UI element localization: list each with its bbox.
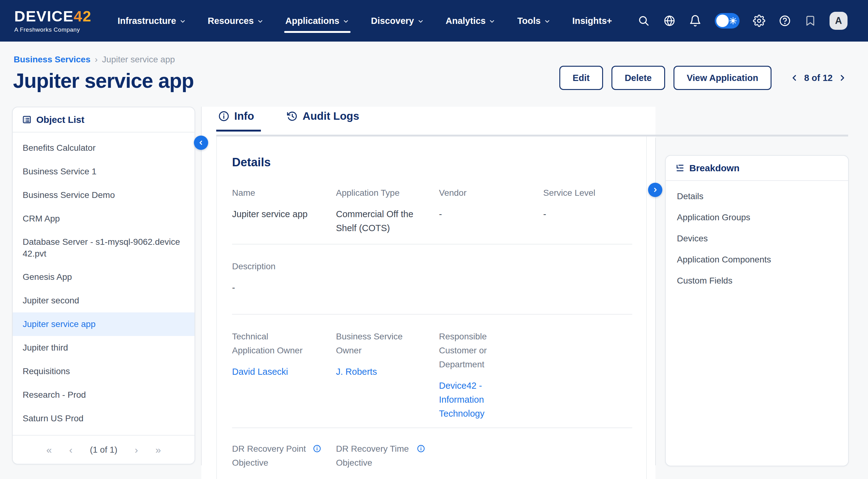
- user-avatar[interactable]: A: [830, 12, 847, 30]
- nav-item-label: Resources: [208, 16, 254, 26]
- field-label: Technical Application Owner: [232, 329, 310, 357]
- nav-item-resources[interactable]: Resources: [208, 0, 264, 41]
- list-item[interactable]: Saturn US Prod: [13, 407, 194, 430]
- nav-item-applications[interactable]: Applications: [285, 0, 349, 41]
- left-panel-divider: [201, 107, 202, 466]
- nav-item-discovery[interactable]: Discovery: [371, 0, 424, 41]
- collapse-sidebar-button[interactable]: [194, 136, 208, 150]
- screen: DEVICE42 A Freshworks Company Infrastruc…: [0, 0, 868, 479]
- avatar-letter: A: [835, 15, 842, 26]
- nav-item-tools[interactable]: Tools: [517, 0, 550, 41]
- bell-icon[interactable]: [689, 14, 702, 27]
- record-pager: 8 of 12: [790, 73, 847, 83]
- gear-icon[interactable]: [753, 14, 765, 27]
- nav-item-analytics[interactable]: Analytics: [446, 0, 496, 41]
- breakdown-title: Breakdown: [689, 163, 740, 173]
- section-divider: [232, 244, 632, 244]
- field-service-level: Service Level -: [543, 186, 631, 235]
- field-label: Responsible Customer or Department: [439, 329, 517, 371]
- next-page-icon[interactable]: ›: [135, 445, 138, 455]
- info-tooltip-icon[interactable]: [416, 444, 425, 453]
- list-item[interactable]: Jupiter second: [13, 289, 194, 312]
- last-page-icon[interactable]: »: [155, 445, 161, 455]
- list-item[interactable]: Jupiter third: [13, 336, 194, 360]
- globe-icon[interactable]: [663, 14, 676, 27]
- field-value: Commercial Off the Shelf (COTS): [336, 207, 426, 235]
- breadcrumb: Business Services › Jupiter service app: [14, 55, 175, 64]
- chevron-down-icon: [417, 18, 424, 25]
- tab-info[interactable]: Info: [216, 110, 261, 131]
- nav-item-label: Insights+: [572, 16, 612, 26]
- list-item[interactable]: Requisitions: [13, 360, 194, 383]
- edit-button[interactable]: Edit: [559, 66, 603, 90]
- field-value: -: [232, 281, 322, 295]
- field-label: Service Level: [543, 186, 621, 200]
- breadcrumb-separator: ›: [95, 55, 98, 64]
- chevron-down-icon: [257, 18, 264, 25]
- brand-tagline: A Freshworks Company: [14, 26, 92, 33]
- field-dr-recovery-point-objective: DR Recovery Point Objective 1w 5d 12h: [232, 442, 336, 479]
- help-icon[interactable]: [779, 14, 791, 27]
- field-label: DR Recovery Time Objective: [336, 442, 413, 470]
- page-title: Jupiter service app: [13, 69, 194, 92]
- navbar-actions: A: [638, 12, 847, 30]
- chevron-down-icon: [179, 18, 186, 25]
- department-link[interactable]: Device42 - Information Technology: [439, 379, 514, 421]
- field-value: Jupiter service app: [232, 207, 322, 221]
- list-item[interactable]: Genesis App: [13, 265, 194, 289]
- nav-item-label: Applications: [285, 16, 339, 26]
- owner-link[interactable]: J. Roberts: [336, 365, 410, 379]
- chevron-down-icon: [342, 18, 349, 25]
- field-dr-recovery-time-objective: DR Recovery Time Objective 2d 12h: [336, 442, 439, 479]
- nav-item-label: Analytics: [446, 16, 486, 26]
- field-label: Name: [232, 186, 310, 200]
- tab-audit-logs[interactable]: Audit Logs: [284, 110, 366, 130]
- field-application-type: Application Type Commercial Off the Shel…: [336, 186, 439, 235]
- nav-item-insights-plus[interactable]: Insights+: [572, 0, 612, 41]
- device42-logo[interactable]: DEVICE42 A Freshworks Company: [14, 9, 92, 33]
- list-item[interactable]: Database Server - s1-mysql-9062.device42…: [13, 231, 194, 265]
- list-item[interactable]: Business Service 1: [13, 160, 194, 183]
- list-item[interactable]: Business Service Demo: [13, 183, 194, 207]
- list-item[interactable]: CRM App: [13, 207, 194, 231]
- bookmark-icon[interactable]: [804, 15, 816, 27]
- section-divider: [232, 314, 632, 315]
- breakdown-item-devices[interactable]: Devices: [666, 228, 848, 249]
- toggle-knob: [716, 14, 729, 27]
- field-responsible-customer-department: Responsible Customer or Department Devic…: [439, 329, 543, 421]
- list-item[interactable]: Benefits Calculator: [13, 136, 194, 160]
- field-label: DR Recovery Point Objective: [232, 442, 310, 470]
- nav-item-label: Discovery: [371, 16, 414, 26]
- section-divider: [232, 427, 632, 428]
- previous-record-icon[interactable]: [790, 73, 799, 83]
- search-icon[interactable]: [638, 14, 650, 27]
- nav-item-infrastructure[interactable]: Infrastructure: [118, 0, 186, 41]
- breakdown-item-custom-fields[interactable]: Custom Fields: [666, 270, 848, 291]
- breakdown-header: Breakdown: [666, 156, 848, 181]
- next-record-icon[interactable]: [838, 73, 847, 83]
- history-icon: [286, 111, 298, 122]
- info-tooltip-icon[interactable]: [313, 444, 321, 453]
- view-application-button[interactable]: View Application: [674, 66, 772, 90]
- field-value: 1w 5d 12h: [232, 477, 322, 479]
- breadcrumb-business-services[interactable]: Business Services: [14, 55, 91, 64]
- field-label: Description: [232, 259, 310, 273]
- field-label: Application Type: [336, 186, 413, 200]
- theme-toggle[interactable]: [715, 13, 740, 29]
- main-menu: Infrastructure Resources Applications Di…: [118, 0, 612, 41]
- brand-part2: E: [63, 8, 73, 25]
- delete-button[interactable]: Delete: [612, 66, 665, 90]
- owner-link[interactable]: David Lasecki: [232, 365, 307, 379]
- first-page-icon[interactable]: «: [46, 445, 52, 455]
- field-business-service-owner: Business Service Owner J. Roberts: [336, 329, 439, 421]
- breakdown-item-application-groups[interactable]: Application Groups: [666, 207, 848, 228]
- breakdown-item-application-components[interactable]: Application Components: [666, 249, 848, 270]
- list-item-selected[interactable]: Jupiter service app: [13, 312, 194, 336]
- breadcrumb-current: Jupiter service app: [102, 55, 175, 64]
- collapse-breakdown-button[interactable]: [648, 183, 662, 197]
- previous-page-icon[interactable]: ‹: [69, 445, 72, 455]
- field-label: Business Service Owner: [336, 329, 413, 357]
- list-item[interactable]: Research - Prod: [13, 383, 194, 407]
- breakdown-item-details[interactable]: Details: [666, 186, 848, 207]
- page-indicator: (1 of 1): [90, 445, 118, 455]
